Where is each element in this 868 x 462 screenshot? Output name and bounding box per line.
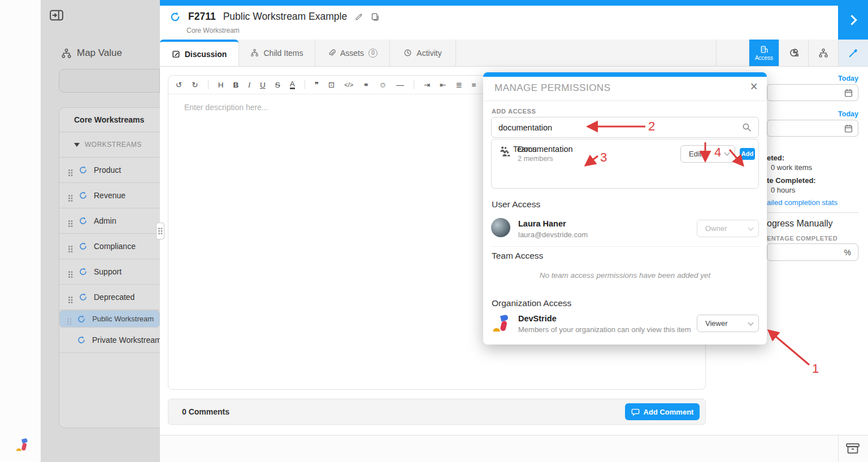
add-comment-button[interactable]: Add Comment [625,403,700,420]
drag-handle-icon[interactable] [68,271,70,273]
sidebar-item-revenue[interactable]: Revenue [59,183,160,208]
redo-icon[interactable]: ↻ [192,80,198,89]
underline-icon[interactable]: U [260,81,266,89]
tab-access[interactable]: Access [749,40,779,66]
start-date-input[interactable] [767,84,858,101]
collapse-sidebar-icon[interactable] [50,9,63,21]
right-panel-divider [767,212,858,213]
drag-handle-icon[interactable] [68,220,70,222]
undo-icon[interactable]: ↺ [176,80,182,89]
link-icon[interactable]: ⚭ [363,80,369,89]
tab-hierarchy[interactable] [808,40,838,66]
edit-title-icon[interactable] [354,12,363,21]
add-access-label: ADD ACCESS [492,108,536,115]
tab-assets[interactable]: Assets 0 [315,40,389,66]
eyedropper-icon [848,48,858,58]
annotation-number-1: 1 [812,361,819,376]
close-icon[interactable]: × [750,79,758,94]
sidebar-item-label: Private Workstream [92,335,160,345]
strikethrough-icon[interactable]: S [275,81,280,89]
sidebar-item-compliance[interactable]: Compliance [59,234,160,259]
team-role-select[interactable]: Editor [680,145,735,163]
completed-value-fragment: 0 work items [771,163,812,172]
sidebar-item-deprecated[interactable]: Deprecated [59,285,160,310]
ordered-list-icon[interactable]: ≣ [455,80,462,89]
sidebar-item-public-workstream[interactable]: Public Workstream [59,310,160,328]
heading-icon[interactable]: H [218,81,224,89]
emoji-icon[interactable]: ☺ [379,81,387,89]
bold-icon[interactable]: B [233,81,238,89]
tab-discussion[interactable]: Discussion [160,40,238,66]
team-result-row[interactable]: Documentation 2 members Editor Add [492,140,760,168]
modal-header-divider [483,101,767,101]
code-block-icon[interactable]: ⊡ [328,80,335,89]
panel-resize-handle[interactable] [156,223,164,239]
team-access-empty-text: No team access permissions have been add… [483,271,767,280]
calendar-icon[interactable] [844,88,853,98]
tab-strip-spacer [716,40,749,66]
map-value-row: Map Value [61,47,122,59]
sidebar-item-admin[interactable]: Admin [59,208,160,234]
archive-icon[interactable] [845,442,860,455]
tab-reports[interactable] [779,40,808,66]
drag-handle-icon[interactable] [68,169,70,171]
horizontal-rule-icon[interactable]: — [396,81,404,89]
progress-manually-fragment: ogress Manually [767,219,833,229]
drag-handle-icon[interactable] [68,297,70,298]
add-access-search-input[interactable] [498,123,742,132]
end-date-today-link[interactable]: Today [767,110,858,118]
bullet-list-icon[interactable]: ≡ [472,81,476,89]
chevron-down-icon [748,320,754,325]
top-accent-bar [160,0,868,6]
sidebar-item-private-workstream[interactable]: Private Workstream [59,328,160,353]
map-value-label: Map Value [77,47,122,59]
percentage-input[interactable]: % [767,243,858,261]
search-icon[interactable] [742,123,752,132]
sidebar-item-label: Deprecated [94,293,134,302]
sidebar-item-label: Admin [94,216,116,225]
expand-panel-button[interactable] [838,0,868,40]
end-date-input[interactable] [767,120,858,137]
workstream-icon [79,267,88,276]
workstream-icon [77,335,86,345]
assets-count-badge: 0 [368,49,377,58]
completion-stats-link-fragment[interactable]: ailed completion stats [767,198,837,207]
add-access-search[interactable] [491,117,759,138]
text-color-icon[interactable]: A [290,80,295,90]
drag-handle-icon[interactable] [68,246,70,247]
footer-divider [838,435,839,462]
estimate-value-fragment: 0 hours [771,186,795,194]
item-header: F2711 Public Workstream Example Core Wor… [160,6,838,40]
calendar-icon[interactable] [844,124,853,133]
inline-code-icon[interactable]: </> [344,81,353,88]
add-team-button[interactable]: Add [740,148,755,160]
sidebar-item-label: Public Workstream [92,315,154,323]
sidebar-item-support[interactable]: Support [59,259,160,285]
start-date-today-link[interactable]: Today [767,75,858,82]
workstream-icon [79,216,88,225]
sidebar-item-label: Support [94,267,121,276]
org-role-select[interactable]: Viewer [697,315,759,332]
indent-icon[interactable]: ⇥ [424,80,430,89]
italic-icon[interactable]: I [248,81,250,89]
child-items-icon [250,49,259,57]
tab-style-picker[interactable] [838,40,868,66]
arrow-1 [769,330,809,365]
drag-handle-icon[interactable] [68,195,70,197]
drag-handle-icon[interactable] [68,318,68,320]
modal-accent-bar [483,72,767,77]
sidebar-item-product[interactable]: Product [59,158,160,183]
map-value-input[interactable] [59,69,160,93]
devstride-org-logo-icon [491,314,509,333]
workstream-icon [79,191,88,200]
outdent-icon[interactable]: ⇤ [440,80,446,89]
workstreams-section-toggle[interactable]: WORKSTREAMS [59,132,160,158]
workstreams-section-label: WORKSTREAMS [85,141,142,149]
user-role-select[interactable]: Owner [697,220,759,237]
manage-permissions-modal: MANAGE PERMISSIONS × ADD ACCESS Teams Do… [483,72,767,345]
blockquote-icon[interactable]: ❞ [315,80,319,89]
tab-child-items[interactable]: Child Items [238,40,315,66]
tab-activity[interactable]: Activity [389,40,455,66]
copy-link-icon[interactable] [371,12,380,21]
sidebar: Map Value Core Workstreams WORKSTREAMS P… [41,0,160,462]
